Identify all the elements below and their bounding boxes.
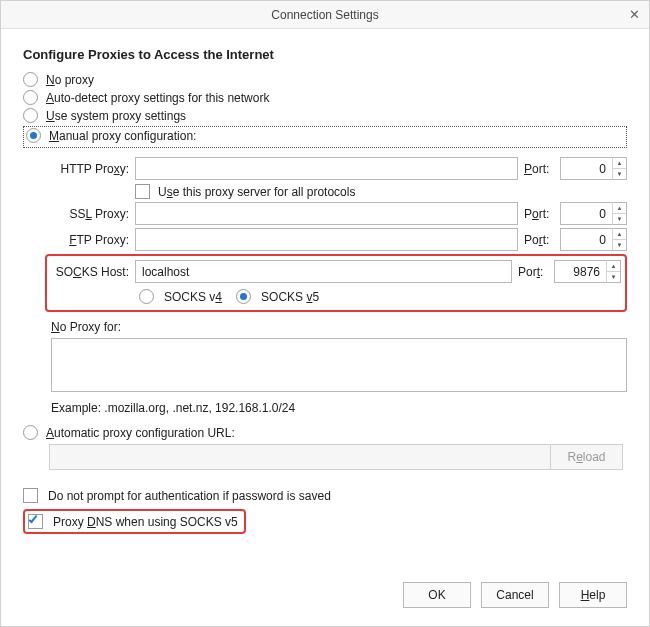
ftp-port-spinner[interactable]: ▲▼ bbox=[612, 228, 627, 251]
radio-pac-url[interactable]: Automatic proxy configuration URL: bbox=[23, 425, 627, 440]
ftp-proxy-label: FTP Proxy: bbox=[51, 233, 129, 247]
pac-url-input bbox=[49, 444, 551, 470]
radio-icon bbox=[23, 425, 38, 440]
ssl-port-spinner[interactable]: ▲▼ bbox=[612, 202, 627, 225]
checkbox-icon bbox=[23, 488, 38, 503]
use-all-label: Use this proxy server for all protocols bbox=[158, 185, 355, 199]
proxy-grid: HTTP Proxy: Port: ▲▼ Use this proxy serv… bbox=[23, 148, 627, 415]
http-port-input[interactable] bbox=[560, 157, 612, 180]
http-proxy-input[interactable] bbox=[135, 157, 518, 180]
checkbox-icon bbox=[28, 514, 43, 529]
http-proxy-label: HTTP Proxy: bbox=[51, 162, 129, 176]
ftp-port-input[interactable] bbox=[560, 228, 612, 251]
radio-icon bbox=[139, 289, 154, 304]
close-icon[interactable]: ✕ bbox=[625, 5, 643, 23]
titlebar: Connection Settings ✕ bbox=[1, 1, 649, 29]
no-proxy-example: Example: .mozilla.org, .net.nz, 192.168.… bbox=[51, 401, 627, 415]
ftp-port-wrap: ▲▼ bbox=[560, 228, 627, 251]
radio-manual-proxy[interactable]: Manual proxy configuration: bbox=[26, 128, 624, 143]
proxy-dns-label: Proxy DNS when using SOCKS v5 bbox=[53, 515, 238, 529]
ssl-proxy-input[interactable] bbox=[135, 202, 518, 225]
radio-icon bbox=[26, 128, 41, 143]
radio-socks-v5[interactable]: SOCKS v5 bbox=[236, 289, 319, 304]
socks-port-spinner[interactable]: ▲▼ bbox=[606, 260, 621, 283]
pac-field-row: Reload bbox=[49, 444, 623, 470]
proxy-dns-row: Proxy DNS when using SOCKS v5 bbox=[23, 509, 627, 534]
reload-button: Reload bbox=[551, 444, 623, 470]
radio-icon bbox=[23, 72, 38, 87]
radio-socks-v4[interactable]: SOCKS v4 bbox=[139, 289, 222, 304]
checkbox-icon bbox=[135, 184, 150, 199]
radio-label: Manual proxy configuration: bbox=[49, 129, 196, 143]
http-port-spinner[interactable]: ▲▼ bbox=[612, 157, 627, 180]
ok-button[interactable]: OK bbox=[403, 582, 471, 608]
radio-icon bbox=[236, 289, 251, 304]
socks-highlight: SOCKS Host: Port: ▲▼ SOCKS v4 S bbox=[45, 254, 627, 312]
radio-label: No proxy bbox=[46, 73, 94, 87]
radio-icon bbox=[23, 108, 38, 123]
section-heading: Configure Proxies to Access the Internet bbox=[23, 47, 627, 62]
ssl-proxy-row: SSL Proxy: Port: ▲▼ bbox=[51, 202, 627, 225]
no-auth-prompt-label: Do not prompt for authentication if pass… bbox=[48, 489, 331, 503]
socks-port-label: Port: bbox=[518, 265, 548, 279]
radio-system-proxy[interactable]: Use system proxy settings bbox=[23, 108, 627, 123]
socks-port-wrap: ▲▼ bbox=[554, 260, 621, 283]
socks-v5-label: SOCKS v5 bbox=[261, 290, 319, 304]
no-auth-prompt-row[interactable]: Do not prompt for authentication if pass… bbox=[23, 488, 627, 503]
socks-port-input[interactable] bbox=[554, 260, 606, 283]
manual-proxy-block: Manual proxy configuration: bbox=[23, 126, 627, 148]
radio-label: Auto-detect proxy settings for this netw… bbox=[46, 91, 269, 105]
dialog-window: Connection Settings ✕ Configure Proxies … bbox=[0, 0, 650, 627]
ftp-proxy-input[interactable] bbox=[135, 228, 518, 251]
dialog-content: Configure Proxies to Access the Internet… bbox=[1, 29, 649, 568]
proxy-dns-highlight[interactable]: Proxy DNS when using SOCKS v5 bbox=[23, 509, 246, 534]
radio-auto-detect[interactable]: Auto-detect proxy settings for this netw… bbox=[23, 90, 627, 105]
radio-no-proxy[interactable]: No proxy bbox=[23, 72, 627, 87]
radio-label: Automatic proxy configuration URL: bbox=[46, 426, 235, 440]
button-bar: OK Cancel Help bbox=[1, 568, 649, 626]
lower-options: Do not prompt for authentication if pass… bbox=[23, 488, 627, 534]
radio-label: Use system proxy settings bbox=[46, 109, 186, 123]
use-all-protocols-row[interactable]: Use this proxy server for all protocols bbox=[135, 184, 627, 199]
ftp-proxy-row: FTP Proxy: Port: ▲▼ bbox=[51, 228, 627, 251]
radio-icon bbox=[23, 90, 38, 105]
help-button[interactable]: Help bbox=[559, 582, 627, 608]
ssl-port-input[interactable] bbox=[560, 202, 612, 225]
socks-v4-label: SOCKS v4 bbox=[164, 290, 222, 304]
http-port-wrap: ▲▼ bbox=[560, 157, 627, 180]
socks-version-row: SOCKS v4 SOCKS v5 bbox=[139, 289, 621, 304]
ssl-proxy-label: SSL Proxy: bbox=[51, 207, 129, 221]
http-port-label: Port: bbox=[524, 162, 554, 176]
cancel-button[interactable]: Cancel bbox=[481, 582, 549, 608]
no-proxy-for-label: No Proxy for: bbox=[51, 320, 627, 334]
http-proxy-row: HTTP Proxy: Port: ▲▼ bbox=[51, 157, 627, 180]
socks-proxy-row: SOCKS Host: Port: ▲▼ bbox=[51, 260, 621, 283]
window-title: Connection Settings bbox=[1, 8, 649, 22]
ssl-port-label: Port: bbox=[524, 207, 554, 221]
ftp-port-label: Port: bbox=[524, 233, 554, 247]
ssl-port-wrap: ▲▼ bbox=[560, 202, 627, 225]
socks-host-input[interactable] bbox=[135, 260, 512, 283]
no-proxy-for-input[interactable] bbox=[51, 338, 627, 392]
socks-host-label: SOCKS Host: bbox=[51, 265, 129, 279]
